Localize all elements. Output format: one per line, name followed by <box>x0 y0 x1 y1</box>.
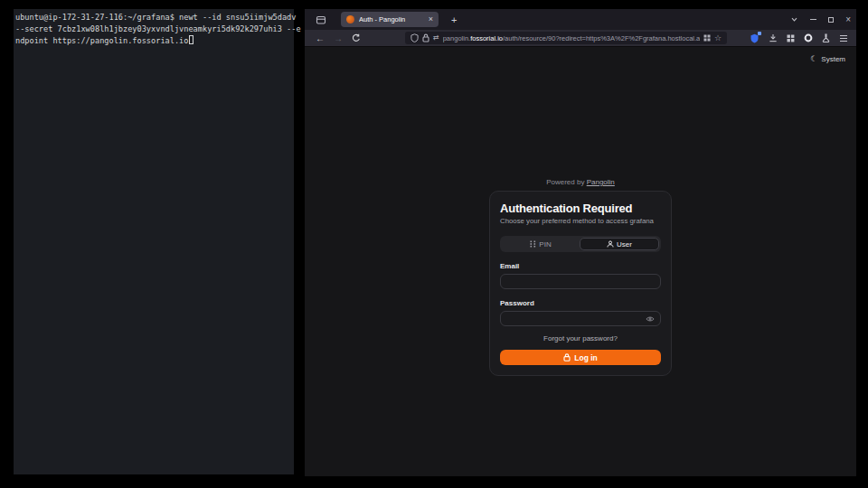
email-input[interactable] <box>506 277 655 286</box>
powered-by: Powered by Pangolin <box>305 178 856 186</box>
keypad-icon <box>530 240 536 248</box>
tab-auth-pangolin[interactable]: Auth - Pangolin × <box>341 12 439 27</box>
theme-toggle-label: System <box>821 55 845 63</box>
password-field-wrap <box>500 311 661 326</box>
tab-title: Auth - Pangolin <box>359 15 424 23</box>
url-bar[interactable]: ⇄ pangolin.fossorial.io/auth/resource/90… <box>405 32 727 44</box>
moon-icon: ☾ <box>810 55 817 63</box>
tab-list-chevron-down-icon[interactable] <box>790 15 798 23</box>
email-field-wrap <box>500 274 661 289</box>
terminal-window[interactable]: ubuntu@ip-172-31-27-116:~/grafana$ newt … <box>14 9 294 474</box>
terminal-line: ubuntu@ip-172-31-27-116:~/grafana$ newt … <box>15 12 292 23</box>
terminal-line: --secret 7cbz1xw08lh1jbzey03yxvndljvneam… <box>15 23 292 35</box>
forward-button[interactable]: → <box>329 31 347 46</box>
blue-shield-extension-icon[interactable] <box>750 33 760 43</box>
reload-icon[interactable] <box>347 33 365 42</box>
maximize-button[interactable] <box>828 17 834 23</box>
window-close-button[interactable]: × <box>845 15 851 24</box>
tab-close-icon[interactable]: × <box>429 15 433 23</box>
card-subtitle: Choose your preferred method to access g… <box>500 217 661 226</box>
login-button-label: Log in <box>574 353 598 362</box>
minimize-button[interactable] <box>810 19 816 20</box>
show-password-eye-icon[interactable] <box>646 315 655 323</box>
user-icon <box>607 240 614 248</box>
navigation-toolbar: ← → ⇄ pangolin.fossor <box>305 30 856 47</box>
theme-toggle[interactable]: ☾ System <box>810 55 845 63</box>
tracking-protection-shield-icon[interactable] <box>410 33 419 42</box>
card-title: Authentication Required <box>500 202 661 215</box>
donut-extension-icon[interactable] <box>804 33 813 42</box>
pangolin-link[interactable]: Pangolin <box>587 178 615 186</box>
menu-hamburger-icon[interactable] <box>839 34 848 42</box>
login-button[interactable]: Log in <box>500 350 661 365</box>
email-label: Email <box>500 262 661 270</box>
flask-extension-icon[interactable] <box>822 33 830 42</box>
tab-bar: Auth - Pangolin × + × <box>305 9 856 30</box>
firefox-view-icon[interactable] <box>312 12 330 27</box>
url-text: pangolin.fossorial.io/auth/resource/90?r… <box>443 34 700 42</box>
auth-method-tabs: PIN User <box>500 236 661 252</box>
tab-user-label: User <box>617 240 632 249</box>
desktop-background: ubuntu@ip-172-31-27-116:~/grafana$ newt … <box>0 0 868 488</box>
new-tab-button[interactable]: + <box>448 14 460 25</box>
downloads-icon[interactable] <box>769 33 778 42</box>
lock-icon <box>563 353 571 361</box>
urlbar-grid-icon[interactable] <box>703 34 711 42</box>
back-button[interactable]: ← <box>311 31 329 46</box>
bookmark-star-icon[interactable]: ☆ <box>714 33 722 42</box>
terminal-line: ndpoint https://pangolin.fossorial.io <box>15 35 292 47</box>
terminal-cursor <box>189 35 193 44</box>
swap-icon[interactable]: ⇄ <box>433 34 439 42</box>
browser-window: Auth - Pangolin × + × ← → <box>305 9 856 476</box>
grid-extension-icon[interactable] <box>787 34 795 42</box>
tab-pin-label: PIN <box>539 240 551 249</box>
extension-badge <box>758 32 761 35</box>
password-label: Password <box>500 299 661 307</box>
https-lock-icon[interactable] <box>422 33 429 42</box>
tab-pin[interactable]: PIN <box>502 238 580 250</box>
password-input[interactable] <box>506 314 646 323</box>
tab-user[interactable]: User <box>580 238 659 250</box>
pangolin-favicon-icon <box>346 15 354 23</box>
auth-page: ☾ System Powered by Pangolin Authenticat… <box>305 47 856 476</box>
forgot-password-link[interactable]: Forgot your password? <box>500 334 661 343</box>
auth-card: Authentication Required Choose your pref… <box>489 191 672 376</box>
